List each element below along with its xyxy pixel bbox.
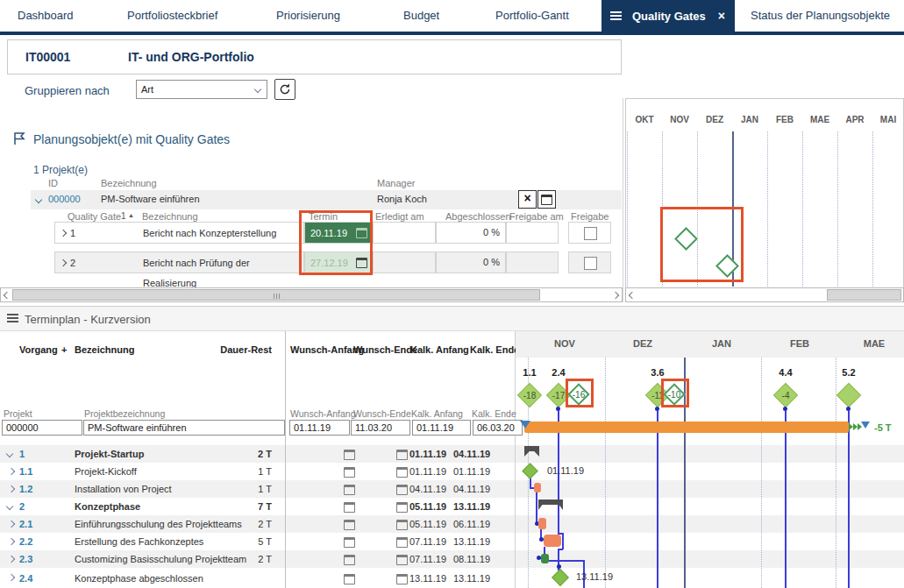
calendar-icon[interactable] [344, 467, 355, 478]
wunsch-ende-field[interactable]: 11.03.20 [351, 420, 410, 436]
col-bezeichnung[interactable]: Bezeichnung [75, 344, 134, 355]
task-bar[interactable] [538, 518, 546, 529]
wunsch-anfang-field[interactable]: 01.11.19 [289, 420, 350, 436]
close-tab-icon[interactable]: × [718, 9, 725, 23]
task-ka: 07.11.19 [409, 554, 446, 564]
calendar-icon[interactable] [396, 537, 408, 548]
task-row[interactable]: 1.2 Installation von Project 1 T 04.11.1… [0, 480, 515, 498]
calendar-icon[interactable] [396, 502, 408, 513]
scroll-left-icon[interactable] [4, 292, 11, 299]
tab-budget[interactable]: Budget [403, 0, 439, 32]
kalk-anfang-field[interactable]: 01.11.19 [412, 420, 471, 436]
calendar-button[interactable] [537, 190, 556, 209]
col-quality-gate[interactable]: Quality Gate [68, 211, 121, 222]
clear-button[interactable]: × [518, 190, 537, 209]
expand-icon[interactable] [60, 230, 67, 237]
calendar-icon[interactable] [396, 520, 408, 530]
collapse-icon[interactable] [6, 450, 13, 457]
task-row[interactable]: 2.4 Konzeptphase abgeschlossen 13.11.19 … [0, 568, 515, 588]
freigabe-checkbox[interactable] [584, 227, 597, 240]
gate-freigabe-am-cell[interactable] [506, 251, 559, 273]
left-hscrollbar[interactable] [0, 287, 623, 302]
project-id-field[interactable]: 000000 [2, 420, 82, 436]
calendar-icon[interactable] [344, 555, 355, 565]
col-gate-bezeichnung[interactable]: Bezeichnung [142, 211, 198, 222]
task-milestone-diamond[interactable] [522, 463, 537, 478]
refresh-button[interactable] [274, 79, 295, 100]
mini-month: APR [837, 115, 872, 124]
gate-erledigt-cell[interactable] [373, 251, 436, 273]
calendar-icon[interactable] [344, 537, 355, 548]
task-bar[interactable] [544, 535, 561, 547]
gate-freigabe-am-cell[interactable] [506, 222, 559, 244]
col-kalk-anfang[interactable]: Kalk. Anfang [410, 344, 469, 355]
expand-icon[interactable] [8, 521, 15, 528]
scroll-right-icon[interactable] [612, 292, 619, 299]
kalk-ende-field[interactable]: 06.03.20 [473, 420, 523, 436]
col-wunsch-ende[interactable]: Wunsch-Ende [353, 344, 417, 355]
portfolio-title: IT- und ORG-Portfolio [128, 50, 254, 64]
calendar-icon[interactable] [344, 520, 355, 530]
scroll-left-icon[interactable] [629, 292, 636, 299]
tab-priorisierung[interactable]: Priorisierung [276, 0, 340, 32]
add-task-button[interactable]: + [61, 344, 67, 355]
calendar-icon[interactable] [396, 485, 408, 495]
task-row[interactable]: 2.1 Einführungsschulung des Projektteams… [0, 515, 515, 533]
calendar-icon[interactable] [344, 574, 355, 584]
col-abgeschlossen[interactable]: Abgeschlossen [445, 211, 511, 222]
task-dauer: 2 T [210, 554, 272, 564]
collapse-icon[interactable] [35, 196, 42, 203]
calendar-icon[interactable] [396, 450, 408, 460]
col-freigabe-am[interactable]: Freigabe am [509, 211, 564, 222]
project-name-field[interactable]: PM-Software einführen [83, 420, 285, 436]
tab-dashboard[interactable]: Dashboard [18, 0, 74, 32]
collapse-icon[interactable] [6, 503, 13, 510]
calendar-icon[interactable] [344, 485, 355, 495]
col-kalk-ende[interactable]: Kalk. Ende [470, 344, 519, 355]
col-vorgang[interactable]: Vorgang [19, 344, 58, 355]
tab-portfoliosteckbrief[interactable]: Portfoliosteckbrief [127, 0, 217, 32]
task-row[interactable]: 1 Projekt-Startup 2 T 01.11.19 04.11.19 [0, 445, 515, 463]
col-id: ID [48, 178, 58, 188]
tab-portfolio-gantt[interactable]: Portfolio-Gantt [495, 0, 569, 32]
expand-icon[interactable] [8, 485, 15, 492]
project-gantt-bar[interactable] [524, 422, 849, 433]
expand-icon[interactable] [8, 574, 15, 581]
mini-hscrollbar[interactable] [625, 287, 904, 302]
task-bar[interactable] [541, 554, 549, 563]
task-row[interactable]: 2.2 Erstellung des Fachkonzeptes 5 T 07.… [0, 533, 515, 550]
tab-quality-gates[interactable]: Quality Gates × [601, 0, 735, 32]
project-id-link[interactable]: 000000 [48, 194, 81, 204]
calendar-icon[interactable] [344, 502, 355, 513]
col-erledigt-am[interactable]: Erledigt am [375, 211, 424, 222]
task-row[interactable]: 2 Konzeptphase 7 T 05.11.19 13.11.19 [0, 498, 515, 515]
task-row[interactable]: 1.1 Projekt-Kickoff 1 T 01.11.19 01.11.1… [0, 463, 515, 480]
task-ke: 06.11.19 [453, 519, 490, 529]
milestone-diamond[interactable] [836, 383, 861, 407]
col-freigabe[interactable]: Freigabe [571, 211, 609, 222]
task-row[interactable]: 2.3 Customizing Basisschulung Projekttea… [0, 550, 515, 568]
menu-icon[interactable] [7, 314, 18, 315]
expand-icon[interactable] [8, 556, 15, 563]
gate-erledigt-cell[interactable] [373, 222, 436, 244]
expand-icon[interactable] [8, 538, 15, 545]
gantt-month: FEB [761, 338, 838, 349]
calendar-icon[interactable] [396, 555, 408, 565]
task-milestone-diamond[interactable] [552, 569, 569, 586]
calendar-icon[interactable] [344, 450, 355, 460]
milestone-diamond[interactable]: -18 [517, 383, 542, 407]
expand-icon[interactable] [8, 468, 15, 475]
task-bar[interactable] [534, 483, 541, 492]
sort-asc-icon: ▲ [128, 212, 134, 218]
calendar-icon[interactable] [396, 467, 408, 478]
milestone-diamond[interactable]: -4 [773, 383, 798, 407]
group-by-select[interactable]: Art [136, 80, 267, 99]
expand-icon[interactable] [60, 259, 67, 266]
calendar-icon[interactable] [396, 574, 408, 584]
tab-status-planungsobjekte[interactable]: Status der Planungsobjekte [751, 0, 890, 32]
freigabe-checkbox[interactable] [584, 257, 597, 270]
scrollbar-thumb[interactable] [827, 289, 901, 301]
col-dauer-rest[interactable]: Dauer-Rest [210, 344, 272, 355]
menu-icon[interactable] [610, 11, 622, 13]
scrollbar-thumb[interactable] [12, 289, 540, 301]
